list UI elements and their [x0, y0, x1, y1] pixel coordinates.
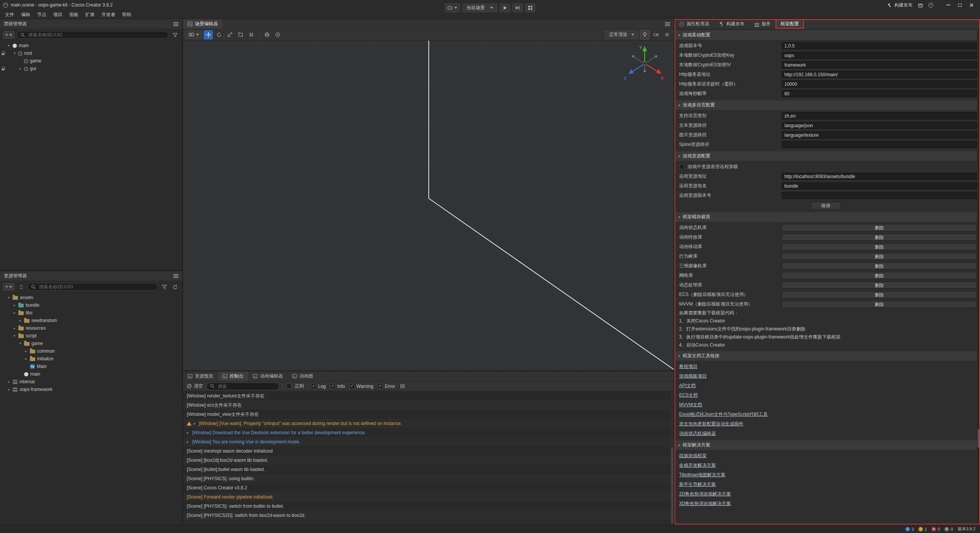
- bottom-tab[interactable]: 动画图: [287, 371, 318, 381]
- section-header[interactable]: 框架解决方案: [675, 440, 977, 450]
- solution-link[interactable]: 全栈开发解决方案: [675, 461, 977, 470]
- menu-item[interactable]: 文件: [2, 10, 18, 19]
- tab-scene-editor[interactable]: 场景编辑器: [183, 19, 222, 29]
- asset-row[interactable]: libs: [0, 309, 182, 317]
- field-input[interactable]: [782, 173, 977, 180]
- expand-arrow-icon[interactable]: [13, 311, 16, 315]
- expand-arrow-icon[interactable]: [18, 67, 22, 70]
- menu-item[interactable]: 编辑: [18, 10, 34, 19]
- field-input[interactable]: [782, 90, 977, 97]
- expand-arrow-icon[interactable]: [7, 387, 11, 391]
- move-tool-button[interactable]: [204, 30, 213, 39]
- expand-arrow-icon[interactable]: [24, 357, 28, 361]
- inspector-tab[interactable]: 框架配置: [776, 19, 804, 29]
- field-input[interactable]: [782, 61, 977, 69]
- delete-module-button[interactable]: 删除: [782, 281, 977, 289]
- delete-module-button[interactable]: 删除: [782, 291, 977, 298]
- field-input[interactable]: [782, 42, 977, 49]
- console-log-row[interactable]: [Window] [Vue warn]: Property "onInput" …: [183, 419, 674, 428]
- expand-arrow-icon[interactable]: [7, 380, 11, 384]
- task-count-badge[interactable]: 0: [944, 527, 953, 531]
- asset-row[interactable]: initialize: [0, 355, 182, 363]
- log-filter[interactable]: Info: [330, 384, 345, 389]
- expand-arrow-icon[interactable]: [24, 349, 28, 353]
- filter-checkbox[interactable]: [378, 384, 383, 389]
- error-count-badge[interactable]: 0: [931, 527, 940, 531]
- console-log-row[interactable]: [Window] ecs文件夹不存在: [183, 401, 674, 410]
- regex-checkbox[interactable]: [286, 384, 291, 389]
- scene-settings-button[interactable]: [662, 30, 671, 39]
- solution-link[interactable]: 战旗游戏框架: [675, 451, 977, 461]
- remote-load-checkbox[interactable]: [679, 164, 684, 169]
- bottom-tab[interactable]: 资源预览: [183, 371, 218, 381]
- log-filter[interactable]: Warning: [350, 384, 373, 389]
- expand-arrow-icon[interactable]: [194, 422, 197, 425]
- doc-link[interactable]: 原生包热更新配置自动生成插件: [675, 419, 977, 429]
- doc-link[interactable]: API文档: [675, 381, 977, 391]
- create-asset-button[interactable]: +: [3, 283, 15, 291]
- delete-module-button[interactable]: 删除: [782, 262, 977, 270]
- asset-row[interactable]: assets: [0, 294, 182, 301]
- console-log-row[interactable]: [Scene] [bullet]:bullet wasm lib loaded.: [183, 465, 674, 474]
- scale-tool-button[interactable]: [225, 30, 234, 39]
- console-search-input[interactable]: [217, 383, 276, 389]
- console-log-row[interactable]: [Window] Download the Vue Devtools exten…: [183, 428, 674, 437]
- field-input[interactable]: [782, 122, 977, 129]
- console-log-row[interactable]: [Scene] Forward render pipeline initiali…: [183, 492, 674, 502]
- hierarchy-node-row[interactable]: root: [0, 49, 182, 57]
- preview-grid-button[interactable]: [525, 3, 536, 12]
- play-button[interactable]: [500, 3, 510, 12]
- field-input[interactable]: [782, 192, 977, 199]
- lock-icon[interactable]: [2, 51, 5, 55]
- field-input[interactable]: [782, 131, 977, 139]
- rect-tool-button[interactable]: [236, 30, 245, 39]
- scene-select-dropdown[interactable]: 当前场景: [462, 3, 498, 12]
- hierarchy-filter-button[interactable]: [171, 31, 179, 39]
- field-input[interactable]: [782, 52, 977, 59]
- log-filter[interactable]: Log: [311, 384, 326, 389]
- build-publish-button[interactable]: 构建发布: [887, 2, 913, 8]
- create-node-button[interactable]: +: [3, 31, 15, 39]
- lighting-toggle-button[interactable]: [640, 30, 649, 39]
- console-log-row[interactable]: [Window] You are running Vue in developm…: [183, 437, 674, 446]
- console-log-row[interactable]: [Scene] meshopt wasm decoder initialized: [183, 446, 674, 456]
- step-button[interactable]: [513, 3, 523, 12]
- rotate-tool-button[interactable]: [214, 30, 224, 39]
- field-input[interactable]: [782, 182, 977, 190]
- coordinate-space-button[interactable]: [262, 30, 271, 39]
- warning-count-badge[interactable]: 1: [918, 527, 927, 531]
- inspector-tab[interactable]: 属性检查器: [675, 19, 714, 29]
- section-header[interactable]: 游戏多语言配置: [675, 100, 977, 110]
- asset-row[interactable]: oops-framework: [0, 386, 182, 393]
- render-mode-dropdown[interactable]: 正常渲染: [605, 31, 638, 39]
- section-header[interactable]: 框架文档工具链接: [675, 351, 977, 361]
- inspector-scrollbar[interactable]: [977, 29, 980, 525]
- doc-link[interactable]: 教程项目: [675, 362, 977, 371]
- pivot-toggle-button[interactable]: [273, 30, 282, 39]
- expand-arrow-icon[interactable]: [13, 326, 16, 330]
- expand-arrow-icon[interactable]: [187, 431, 190, 435]
- menu-item[interactable]: 面板: [66, 10, 82, 19]
- save-button[interactable]: 保存: [811, 202, 841, 209]
- assets-refresh-button[interactable]: [171, 283, 179, 291]
- asset-row[interactable]: game: [0, 340, 182, 347]
- console-log-row[interactable]: [Scene] [PHYSICS2D]: switch from box2d-w…: [183, 511, 674, 520]
- inspector-scrollbar-thumb[interactable]: [978, 429, 980, 448]
- delete-module-button[interactable]: 删除: [782, 243, 977, 250]
- asset-row[interactable]: bundle: [0, 301, 182, 309]
- hierarchy-search-input[interactable]: [28, 32, 165, 38]
- console-log-row[interactable]: [Scene] [PHYSICS]: using builtin.: [183, 474, 674, 483]
- asset-row[interactable]: resources: [0, 324, 182, 332]
- doc-link[interactable]: Excel格式转Json文件与TypeScript代码工具: [675, 410, 977, 419]
- info-count-badge[interactable]: 3: [905, 527, 914, 531]
- filter-checkbox[interactable]: [311, 384, 316, 389]
- hierarchy-node-row[interactable]: gui: [0, 65, 182, 72]
- menu-item[interactable]: 帮助: [119, 10, 135, 19]
- inspector-tab[interactable]: 服务: [750, 19, 776, 29]
- console-log-row[interactable]: [Window] model_view文件夹不存在: [183, 410, 674, 419]
- field-input[interactable]: [782, 71, 977, 78]
- bottom-tab[interactable]: 动画编辑器: [248, 371, 287, 381]
- hierarchy-menu-icon[interactable]: [173, 24, 178, 25]
- expand-arrow-icon[interactable]: [187, 440, 190, 444]
- scene-camera-button[interactable]: [651, 30, 660, 39]
